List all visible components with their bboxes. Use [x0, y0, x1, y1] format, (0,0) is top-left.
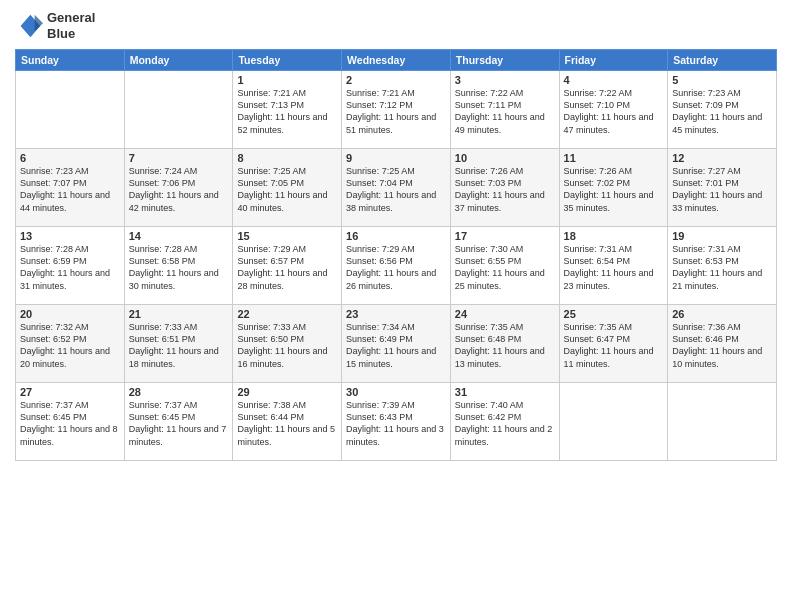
calendar-cell: 5Sunrise: 7:23 AM Sunset: 7:09 PM Daylig…	[668, 71, 777, 149]
day-info: Sunrise: 7:39 AM Sunset: 6:43 PM Dayligh…	[346, 399, 446, 448]
day-header-sunday: Sunday	[16, 50, 125, 71]
week-row-2: 13Sunrise: 7:28 AM Sunset: 6:59 PM Dayli…	[16, 227, 777, 305]
calendar-cell: 13Sunrise: 7:28 AM Sunset: 6:59 PM Dayli…	[16, 227, 125, 305]
day-number: 6	[20, 152, 120, 164]
day-number: 10	[455, 152, 555, 164]
day-header-friday: Friday	[559, 50, 668, 71]
day-number: 11	[564, 152, 664, 164]
calendar: SundayMondayTuesdayWednesdayThursdayFrid…	[15, 49, 777, 461]
day-number: 15	[237, 230, 337, 242]
calendar-cell: 19Sunrise: 7:31 AM Sunset: 6:53 PM Dayli…	[668, 227, 777, 305]
day-number: 21	[129, 308, 229, 320]
calendar-cell	[559, 383, 668, 461]
day-info: Sunrise: 7:21 AM Sunset: 7:12 PM Dayligh…	[346, 87, 446, 136]
day-number: 29	[237, 386, 337, 398]
svg-marker-1	[35, 14, 43, 31]
calendar-header-row: SundayMondayTuesdayWednesdayThursdayFrid…	[16, 50, 777, 71]
day-info: Sunrise: 7:26 AM Sunset: 7:02 PM Dayligh…	[564, 165, 664, 214]
day-number: 8	[237, 152, 337, 164]
day-info: Sunrise: 7:40 AM Sunset: 6:42 PM Dayligh…	[455, 399, 555, 448]
calendar-cell: 4Sunrise: 7:22 AM Sunset: 7:10 PM Daylig…	[559, 71, 668, 149]
day-info: Sunrise: 7:26 AM Sunset: 7:03 PM Dayligh…	[455, 165, 555, 214]
calendar-cell: 21Sunrise: 7:33 AM Sunset: 6:51 PM Dayli…	[124, 305, 233, 383]
day-header-monday: Monday	[124, 50, 233, 71]
logo-text: General Blue	[47, 10, 95, 41]
day-info: Sunrise: 7:29 AM Sunset: 6:56 PM Dayligh…	[346, 243, 446, 292]
day-info: Sunrise: 7:33 AM Sunset: 6:50 PM Dayligh…	[237, 321, 337, 370]
day-header-wednesday: Wednesday	[342, 50, 451, 71]
day-info: Sunrise: 7:22 AM Sunset: 7:11 PM Dayligh…	[455, 87, 555, 136]
day-info: Sunrise: 7:31 AM Sunset: 6:54 PM Dayligh…	[564, 243, 664, 292]
calendar-cell: 10Sunrise: 7:26 AM Sunset: 7:03 PM Dayli…	[450, 149, 559, 227]
calendar-cell: 20Sunrise: 7:32 AM Sunset: 6:52 PM Dayli…	[16, 305, 125, 383]
day-number: 2	[346, 74, 446, 86]
day-info: Sunrise: 7:27 AM Sunset: 7:01 PM Dayligh…	[672, 165, 772, 214]
logo: General Blue	[15, 10, 95, 41]
day-number: 24	[455, 308, 555, 320]
day-number: 19	[672, 230, 772, 242]
day-number: 22	[237, 308, 337, 320]
calendar-cell: 12Sunrise: 7:27 AM Sunset: 7:01 PM Dayli…	[668, 149, 777, 227]
day-info: Sunrise: 7:23 AM Sunset: 7:09 PM Dayligh…	[672, 87, 772, 136]
week-row-1: 6Sunrise: 7:23 AM Sunset: 7:07 PM Daylig…	[16, 149, 777, 227]
logo-icon	[15, 12, 43, 40]
day-header-tuesday: Tuesday	[233, 50, 342, 71]
calendar-cell: 22Sunrise: 7:33 AM Sunset: 6:50 PM Dayli…	[233, 305, 342, 383]
day-info: Sunrise: 7:35 AM Sunset: 6:48 PM Dayligh…	[455, 321, 555, 370]
day-info: Sunrise: 7:29 AM Sunset: 6:57 PM Dayligh…	[237, 243, 337, 292]
day-info: Sunrise: 7:21 AM Sunset: 7:13 PM Dayligh…	[237, 87, 337, 136]
day-number: 16	[346, 230, 446, 242]
day-number: 26	[672, 308, 772, 320]
calendar-cell: 17Sunrise: 7:30 AM Sunset: 6:55 PM Dayli…	[450, 227, 559, 305]
calendar-cell	[16, 71, 125, 149]
day-number: 9	[346, 152, 446, 164]
calendar-cell: 31Sunrise: 7:40 AM Sunset: 6:42 PM Dayli…	[450, 383, 559, 461]
day-number: 3	[455, 74, 555, 86]
day-number: 1	[237, 74, 337, 86]
day-info: Sunrise: 7:24 AM Sunset: 7:06 PM Dayligh…	[129, 165, 229, 214]
calendar-cell: 9Sunrise: 7:25 AM Sunset: 7:04 PM Daylig…	[342, 149, 451, 227]
day-info: Sunrise: 7:28 AM Sunset: 6:59 PM Dayligh…	[20, 243, 120, 292]
week-row-0: 1Sunrise: 7:21 AM Sunset: 7:13 PM Daylig…	[16, 71, 777, 149]
day-info: Sunrise: 7:37 AM Sunset: 6:45 PM Dayligh…	[20, 399, 120, 448]
day-info: Sunrise: 7:36 AM Sunset: 6:46 PM Dayligh…	[672, 321, 772, 370]
day-info: Sunrise: 7:34 AM Sunset: 6:49 PM Dayligh…	[346, 321, 446, 370]
day-number: 4	[564, 74, 664, 86]
day-number: 5	[672, 74, 772, 86]
day-info: Sunrise: 7:32 AM Sunset: 6:52 PM Dayligh…	[20, 321, 120, 370]
calendar-cell: 3Sunrise: 7:22 AM Sunset: 7:11 PM Daylig…	[450, 71, 559, 149]
calendar-cell: 7Sunrise: 7:24 AM Sunset: 7:06 PM Daylig…	[124, 149, 233, 227]
calendar-cell: 11Sunrise: 7:26 AM Sunset: 7:02 PM Dayli…	[559, 149, 668, 227]
calendar-cell	[668, 383, 777, 461]
day-info: Sunrise: 7:28 AM Sunset: 6:58 PM Dayligh…	[129, 243, 229, 292]
day-info: Sunrise: 7:22 AM Sunset: 7:10 PM Dayligh…	[564, 87, 664, 136]
calendar-cell: 28Sunrise: 7:37 AM Sunset: 6:45 PM Dayli…	[124, 383, 233, 461]
day-number: 31	[455, 386, 555, 398]
day-info: Sunrise: 7:37 AM Sunset: 6:45 PM Dayligh…	[129, 399, 229, 448]
calendar-cell: 15Sunrise: 7:29 AM Sunset: 6:57 PM Dayli…	[233, 227, 342, 305]
week-row-3: 20Sunrise: 7:32 AM Sunset: 6:52 PM Dayli…	[16, 305, 777, 383]
day-info: Sunrise: 7:23 AM Sunset: 7:07 PM Dayligh…	[20, 165, 120, 214]
header: General Blue	[15, 10, 777, 41]
day-info: Sunrise: 7:25 AM Sunset: 7:05 PM Dayligh…	[237, 165, 337, 214]
day-header-saturday: Saturday	[668, 50, 777, 71]
calendar-cell	[124, 71, 233, 149]
day-info: Sunrise: 7:30 AM Sunset: 6:55 PM Dayligh…	[455, 243, 555, 292]
page: General Blue SundayMondayTuesdayWednesda…	[0, 0, 792, 612]
day-number: 14	[129, 230, 229, 242]
calendar-cell: 18Sunrise: 7:31 AM Sunset: 6:54 PM Dayli…	[559, 227, 668, 305]
calendar-cell: 29Sunrise: 7:38 AM Sunset: 6:44 PM Dayli…	[233, 383, 342, 461]
calendar-cell: 1Sunrise: 7:21 AM Sunset: 7:13 PM Daylig…	[233, 71, 342, 149]
calendar-cell: 16Sunrise: 7:29 AM Sunset: 6:56 PM Dayli…	[342, 227, 451, 305]
calendar-cell: 14Sunrise: 7:28 AM Sunset: 6:58 PM Dayli…	[124, 227, 233, 305]
day-number: 23	[346, 308, 446, 320]
day-number: 30	[346, 386, 446, 398]
calendar-cell: 8Sunrise: 7:25 AM Sunset: 7:05 PM Daylig…	[233, 149, 342, 227]
calendar-cell: 24Sunrise: 7:35 AM Sunset: 6:48 PM Dayli…	[450, 305, 559, 383]
day-number: 12	[672, 152, 772, 164]
day-info: Sunrise: 7:33 AM Sunset: 6:51 PM Dayligh…	[129, 321, 229, 370]
calendar-cell: 2Sunrise: 7:21 AM Sunset: 7:12 PM Daylig…	[342, 71, 451, 149]
day-number: 20	[20, 308, 120, 320]
calendar-cell: 30Sunrise: 7:39 AM Sunset: 6:43 PM Dayli…	[342, 383, 451, 461]
day-number: 28	[129, 386, 229, 398]
